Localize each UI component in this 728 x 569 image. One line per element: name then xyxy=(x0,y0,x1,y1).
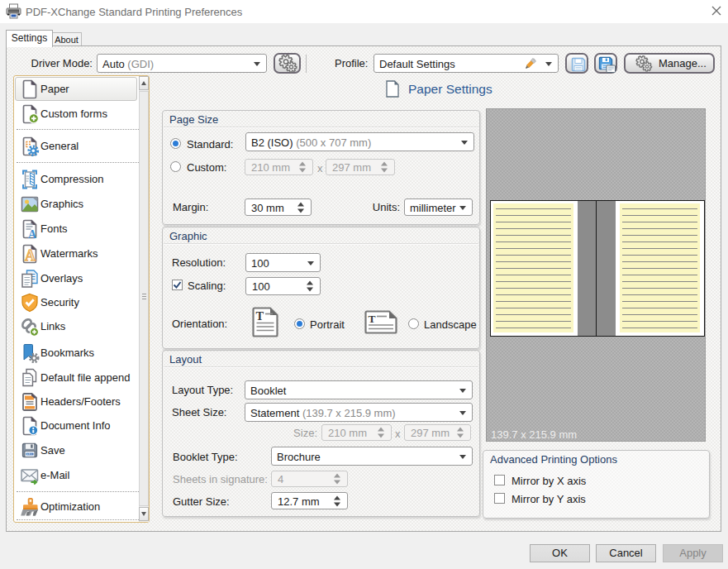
svg-text:T: T xyxy=(256,309,264,323)
svg-text:A: A xyxy=(25,247,36,264)
svg-text:a b c: a b c xyxy=(26,452,32,456)
svg-text:A: A xyxy=(28,228,37,239)
svg-text:T: T xyxy=(369,313,376,325)
